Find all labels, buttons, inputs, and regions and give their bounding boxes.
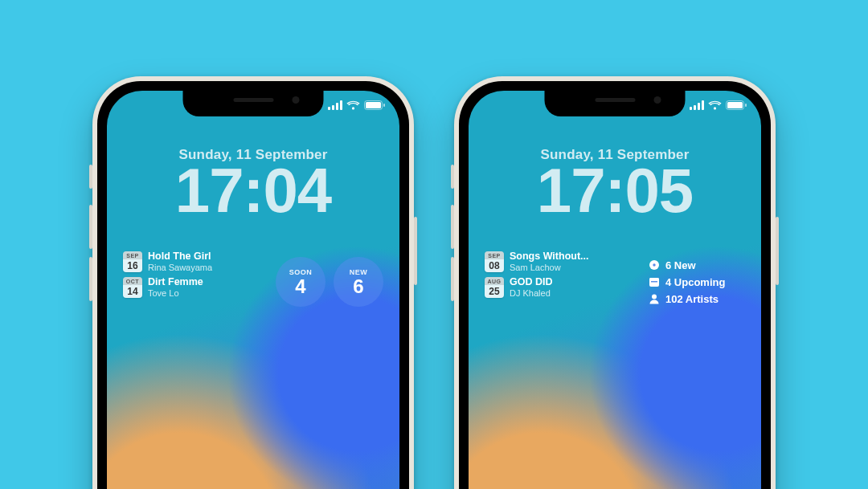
- calendar-badge: AUG 25: [485, 277, 504, 298]
- release-title: Dirt Femme: [148, 277, 203, 288]
- notch: [545, 91, 686, 116]
- lock-screen[interactable]: Sunday, 11 September 17:04 SEP 16 Hold T…: [107, 91, 399, 489]
- svg-rect-12: [727, 102, 743, 108]
- svg-rect-18: [651, 281, 657, 283]
- svg-rect-9: [698, 103, 700, 110]
- cellular-icon: [328, 100, 342, 110]
- status-bar: [690, 100, 747, 110]
- wifi-icon: [346, 100, 360, 110]
- calendar-badge: OCT 14: [123, 277, 142, 298]
- circle-label: SOON: [289, 268, 313, 276]
- releases-widget[interactable]: SEP 08 Songs Without... Sam Lachow AUG: [485, 250, 639, 314]
- svg-rect-6: [383, 104, 385, 107]
- disc-icon: [649, 259, 660, 271]
- volume-down-button: [89, 257, 92, 301]
- release-title: GOD DID: [510, 277, 552, 288]
- svg-rect-13: [745, 104, 747, 107]
- stat-artists: 102 Artists: [649, 293, 745, 305]
- svg-rect-3: [340, 100, 342, 110]
- release-item: OCT 14 Dirt Femme Tove Lo: [123, 277, 266, 298]
- person-icon: [649, 293, 660, 304]
- release-item: SEP 16 Hold The Girl Rina Sawayama: [123, 251, 266, 272]
- svg-rect-8: [694, 105, 696, 110]
- lockscreen-widgets: SEP 16 Hold The Girl Rina Sawayama OCT: [123, 250, 383, 314]
- releases-widget[interactable]: SEP 16 Hold The Girl Rina Sawayama OCT: [123, 250, 266, 314]
- release-item: SEP 08 Songs Without... Sam Lachow: [485, 251, 639, 272]
- notch: [183, 91, 324, 116]
- lock-screen[interactable]: Sunday, 11 September 17:05 SEP 08 Songs …: [469, 91, 761, 489]
- release-artist: Tove Lo: [148, 288, 203, 298]
- release-item: AUG 25 GOD DID DJ Khaled: [485, 277, 639, 298]
- svg-rect-1: [332, 105, 334, 110]
- new-count-widget[interactable]: NEW 6: [334, 257, 383, 307]
- release-artist: DJ Khaled: [510, 288, 552, 298]
- calendar-badge: SEP 16: [123, 251, 142, 272]
- svg-rect-10: [702, 100, 704, 110]
- svg-rect-7: [690, 107, 692, 110]
- lockscreen-time: 17:04: [107, 158, 399, 224]
- promo-stage: Sunday, 11 September 17:04 SEP 16 Hold T…: [0, 0, 868, 489]
- status-bar: [328, 100, 385, 110]
- svg-rect-2: [336, 103, 338, 110]
- phone-mockup-right: Sunday, 11 September 17:05 SEP 08 Songs …: [454, 76, 776, 489]
- mute-switch: [89, 165, 92, 189]
- cellular-icon: [690, 100, 704, 110]
- svg-point-15: [653, 263, 655, 266]
- release-title: Songs Without...: [510, 251, 588, 263]
- calendar-icon: [649, 276, 660, 287]
- stat-new: 6 New: [649, 259, 745, 271]
- circle-value: 6: [353, 277, 363, 296]
- release-artist: Sam Lachow: [510, 263, 588, 272]
- battery-icon: [364, 100, 385, 110]
- lockscreen-widgets: SEP 08 Songs Without... Sam Lachow AUG: [485, 250, 745, 314]
- soon-count-widget[interactable]: SOON 4: [276, 257, 326, 307]
- wifi-icon: [708, 100, 722, 110]
- lockscreen-time: 17:05: [469, 158, 761, 224]
- circle-value: 4: [295, 277, 305, 296]
- circle-label: NEW: [350, 268, 368, 276]
- side-button: [776, 217, 779, 285]
- svg-point-19: [652, 295, 657, 300]
- phone-mockup-left: Sunday, 11 September 17:04 SEP 16 Hold T…: [92, 76, 414, 489]
- svg-rect-0: [328, 107, 330, 110]
- svg-rect-17: [649, 278, 659, 280]
- svg-rect-5: [366, 102, 381, 108]
- release-title: Hold The Girl: [148, 251, 212, 263]
- calendar-badge: SEP 08: [485, 251, 504, 272]
- side-button: [414, 217, 417, 285]
- mute-switch: [451, 165, 454, 189]
- volume-up-button: [451, 205, 454, 249]
- volume-down-button: [451, 257, 454, 301]
- stats-widget[interactable]: 6 New 4 Upcoming 102 Artists: [649, 250, 745, 314]
- volume-up-button: [89, 205, 92, 249]
- stat-upcoming: 4 Upcoming: [649, 276, 745, 288]
- release-artist: Rina Sawayama: [148, 263, 212, 272]
- battery-icon: [726, 100, 747, 110]
